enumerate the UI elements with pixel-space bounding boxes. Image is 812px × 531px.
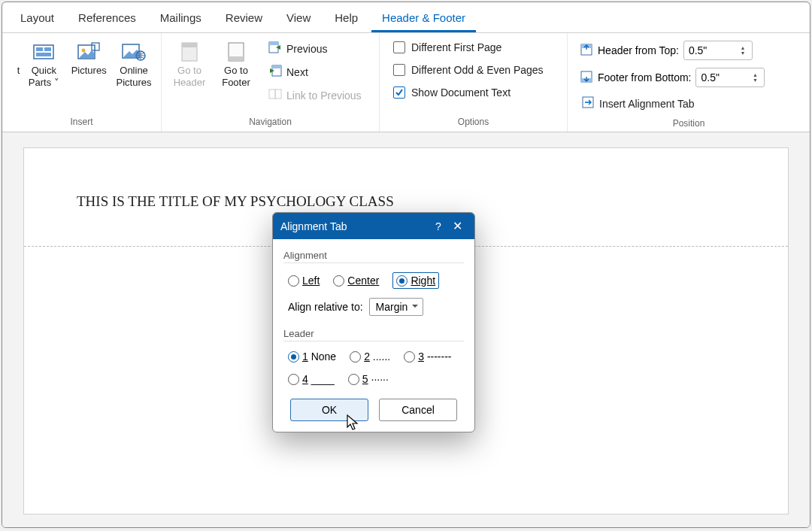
leader-1-label: 1 None	[302, 350, 336, 363]
header-text[interactable]: THIS IS THE TITLE OF MY PSYCHOLOGY CLASS	[77, 193, 735, 210]
group-label-position: Position	[572, 117, 805, 132]
svg-rect-1	[36, 47, 43, 51]
radio-icon	[288, 351, 299, 363]
header-from-top-input[interactable]: ▲▼	[683, 41, 753, 60]
alignment-section-label: Alignment	[283, 250, 464, 263]
radio-icon	[350, 351, 361, 363]
header-from-top-label: Header from Top:	[598, 44, 679, 56]
header-top-value[interactable]	[684, 43, 728, 58]
dialog-title: Alignment Tab	[280, 220, 429, 232]
quick-parts-button[interactable]: Quick Parts ˅	[21, 36, 66, 91]
pictures-label: Pictures	[71, 65, 107, 77]
alignment-tab-icon	[581, 96, 595, 111]
leader-1-radio[interactable]: 1 None	[288, 350, 336, 363]
alignment-center-label: Center	[347, 275, 379, 287]
different-first-page-label: Different First Page	[411, 41, 501, 53]
online-pictures-label: Online Pictures	[113, 65, 155, 88]
footer-bottom-value[interactable]	[696, 70, 740, 85]
dialog-help-button[interactable]: ?	[429, 220, 447, 232]
goto-footer-icon	[227, 39, 245, 65]
insert-alignment-tab-button[interactable]: Insert Alignment Tab	[577, 93, 768, 114]
svg-rect-12	[229, 56, 244, 61]
mouse-cursor-icon	[346, 414, 361, 434]
leader-4-radio[interactable]: 4 ____	[288, 373, 335, 385]
link-to-previous-button[interactable]: Link to Previous	[264, 86, 366, 105]
svg-rect-14	[269, 42, 278, 45]
leader-section-label: Leader	[283, 328, 464, 341]
svg-rect-18	[275, 90, 281, 99]
spin-up-icon[interactable]: ▲	[749, 72, 761, 77]
svg-rect-2	[44, 47, 51, 51]
dialog-titlebar[interactable]: Alignment Tab ? ✕	[273, 213, 474, 239]
tab-mailings[interactable]: Mailings	[150, 7, 212, 32]
tab-references[interactable]: References	[68, 7, 147, 32]
different-odd-even-label: Different Odd & Even Pages	[411, 64, 544, 76]
insert-alignment-tab-label: Insert Alignment Tab	[599, 98, 695, 110]
leader-3-radio[interactable]: 3 -------	[404, 350, 451, 363]
svg-rect-0	[34, 45, 53, 59]
footer-from-bottom-input[interactable]: ▲▼	[695, 68, 765, 87]
goto-header-label: Go to Header	[168, 65, 211, 88]
leader-5-radio[interactable]: 5 ······	[348, 373, 389, 385]
spin-down-icon[interactable]: ▼	[749, 77, 761, 83]
tab-layout[interactable]: Layout	[10, 7, 65, 32]
previous-button[interactable]: Previous	[264, 39, 366, 58]
radio-icon	[396, 275, 408, 287]
next-icon	[268, 65, 282, 79]
alignment-right-label: Right	[411, 275, 435, 287]
spin-down-icon[interactable]: ▼	[737, 50, 749, 56]
tab-header-footer[interactable]: Header & Footer	[371, 7, 476, 32]
radio-icon	[288, 374, 299, 385]
footer-from-bottom-label: Footer from Bottom:	[598, 71, 691, 83]
show-document-text-checkbox[interactable]: Show Document Text	[389, 84, 548, 101]
align-relative-label: Align relative to:	[288, 301, 363, 313]
goto-header-icon	[180, 39, 198, 65]
link-previous-label: Link to Previous	[286, 90, 362, 102]
quick-parts-label: Quick Parts ˅	[23, 65, 65, 88]
goto-footer-label: Go to Footer	[214, 65, 258, 88]
svg-point-5	[82, 49, 86, 53]
partial-button[interactable]: t	[7, 36, 21, 80]
svg-rect-17	[269, 90, 275, 99]
leader-2-radio[interactable]: 2 ......	[350, 350, 390, 363]
svg-rect-3	[36, 53, 51, 56]
pictures-button[interactable]: Pictures	[66, 36, 111, 80]
previous-icon	[268, 41, 282, 56]
checkbox-icon	[393, 64, 405, 76]
svg-rect-10	[182, 43, 197, 47]
dialog-close-button[interactable]: ✕	[447, 219, 467, 233]
footer-from-bottom-icon	[580, 70, 593, 86]
checkbox-icon	[393, 86, 405, 99]
tab-review[interactable]: Review	[215, 7, 273, 32]
leader-4-label: 4 ____	[302, 373, 335, 385]
checkbox-icon	[393, 41, 405, 53]
online-pictures-button[interactable]: Online Pictures	[111, 36, 156, 91]
alignment-left-radio[interactable]: Left	[288, 275, 320, 287]
tab-view[interactable]: View	[276, 7, 321, 32]
alignment-left-label: Left	[302, 275, 320, 287]
goto-header-button[interactable]: Go to Header	[166, 36, 213, 91]
alignment-right-radio[interactable]: Right	[392, 272, 439, 289]
leader-5-label: 5 ······	[362, 373, 389, 385]
align-relative-select[interactable]: Margin	[369, 298, 424, 316]
group-label-navigation: Navigation	[166, 115, 374, 130]
previous-label: Previous	[286, 43, 327, 55]
next-label: Next	[286, 66, 308, 78]
leader-2-label: 2 ......	[364, 350, 390, 363]
group-label-insert: Insert	[7, 115, 156, 130]
next-button[interactable]: Next	[264, 62, 366, 81]
spin-up-icon[interactable]: ▲	[737, 45, 749, 50]
radio-icon	[404, 351, 415, 363]
online-pictures-icon	[122, 39, 146, 65]
different-odd-even-checkbox[interactable]: Different Odd & Even Pages	[389, 62, 548, 78]
svg-rect-6	[92, 43, 99, 50]
quick-parts-icon	[33, 39, 54, 65]
tab-help[interactable]: Help	[324, 7, 368, 32]
alignment-center-radio[interactable]: Center	[333, 275, 379, 287]
different-first-page-checkbox[interactable]: Different First Page	[389, 39, 548, 56]
ribbon: t Quick Parts ˅ Pictures	[2, 33, 810, 132]
goto-footer-button[interactable]: Go to Footer	[213, 36, 259, 91]
header-from-top-icon	[580, 43, 593, 59]
cancel-button[interactable]: Cancel	[379, 399, 457, 421]
svg-rect-16	[272, 65, 281, 68]
